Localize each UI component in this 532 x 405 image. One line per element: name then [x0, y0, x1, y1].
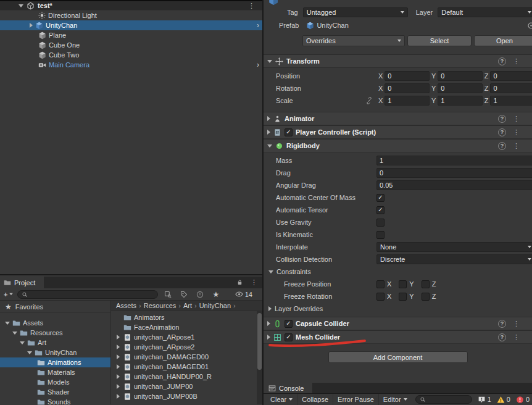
scene-row[interactable]: test* ⋮: [0, 1, 262, 10]
layer-overrides-foldout[interactable]: Layer Overrides: [264, 303, 532, 315]
file-item[interactable]: unitychan_DAMAGED01: [111, 362, 262, 372]
editor-dropdown[interactable]: Editor: [379, 394, 412, 405]
prefab-name[interactable]: UnityChan: [317, 22, 348, 29]
freeze-rotation-y-checkbox[interactable]: [399, 293, 407, 301]
rotation-x-field[interactable]: 0: [384, 83, 430, 93]
collision-detection-dropdown[interactable]: Discrete: [376, 254, 532, 264]
search-input[interactable]: [17, 290, 158, 299]
hierarchy-item-plane[interactable]: Plane: [0, 30, 262, 40]
constraints-foldout[interactable]: Constraints: [264, 265, 532, 278]
scale-x-field[interactable]: 1: [384, 96, 430, 106]
kebab-menu-icon[interactable]: ⋮: [513, 142, 520, 150]
component-header-transform[interactable]: Transform ? ⋮: [264, 54, 532, 68]
help-icon[interactable]: ?: [498, 128, 506, 136]
component-enabled-checkbox[interactable]: [285, 128, 293, 136]
scrollbar[interactable]: [257, 311, 262, 404]
help-icon[interactable]: ?: [498, 57, 506, 65]
component-header-animator[interactable]: Animator ? ⋮: [264, 112, 532, 125]
kebab-menu-icon[interactable]: ⋮: [513, 128, 520, 136]
position-y-field[interactable]: 0: [438, 71, 483, 81]
overrides-dropdown[interactable]: Overrides: [302, 35, 405, 46]
create-asset-button[interactable]: +: [4, 291, 14, 298]
link-scale-icon[interactable]: [365, 97, 373, 104]
component-header-rigidbody[interactable]: Rigidbody ? ⋮: [264, 139, 532, 152]
component-enabled-checkbox[interactable]: [285, 320, 293, 328]
foldout-collapsed-icon[interactable]: [117, 354, 120, 359]
tree-item-resources[interactable]: Resources: [0, 328, 110, 338]
file-item[interactable]: unitychan_ARpose2: [111, 342, 262, 352]
kebab-menu-icon[interactable]: ⋮: [513, 115, 520, 123]
scale-y-field[interactable]: 1: [438, 96, 483, 106]
hierarchy-item-main-camera[interactable]: Main Camera ›: [0, 60, 262, 70]
freeze-position-y-checkbox[interactable]: [399, 280, 407, 288]
help-icon[interactable]: ?: [498, 142, 506, 150]
foldout-expanded-icon[interactable]: [12, 332, 17, 335]
interpolate-dropdown[interactable]: None: [376, 242, 532, 252]
add-component-button[interactable]: Add Component: [328, 351, 468, 363]
file-item[interactable]: unitychan_JUMP00: [111, 382, 262, 391]
scrollbar-thumb[interactable]: [257, 313, 262, 370]
foldout-expanded-icon[interactable]: [267, 60, 272, 63]
favorites-section[interactable]: ★ Favorites: [0, 301, 110, 313]
position-z-field[interactable]: 0: [490, 71, 532, 81]
tree-item-animations[interactable]: Animations: [0, 357, 110, 367]
foldout-expanded-icon[interactable]: [20, 341, 25, 344]
hierarchy-item-unitychan[interactable]: UnityChan ›: [0, 20, 262, 30]
prefab-target-icon[interactable]: [527, 22, 532, 30]
file-item[interactable]: unitychan_DAMAGED00: [111, 352, 262, 362]
help-icon[interactable]: ?: [498, 320, 506, 328]
freeze-rotation-z-checkbox[interactable]: [422, 293, 430, 301]
select-button[interactable]: Select: [407, 35, 472, 46]
search-by-label-icon[interactable]: [180, 291, 188, 298]
mass-field[interactable]: 1: [376, 156, 532, 165]
breadcrumb-item[interactable]: Assets: [116, 302, 136, 309]
position-x-field[interactable]: 0: [384, 71, 430, 81]
foldout-collapsed-icon[interactable]: [117, 335, 120, 340]
foldout-expanded-icon[interactable]: [27, 351, 32, 354]
console-warning-badge[interactable]: 0: [497, 396, 510, 404]
auto-tensor-checkbox[interactable]: [376, 206, 384, 214]
foldout-expanded-icon[interactable]: [5, 322, 10, 325]
tree-item-art[interactable]: Art: [0, 338, 110, 348]
open-button[interactable]: Open: [474, 35, 532, 46]
tree-item-materials[interactable]: Materials: [0, 367, 110, 377]
collapse-button[interactable]: Collapse: [297, 394, 333, 405]
is-kinematic-checkbox[interactable]: [376, 231, 384, 239]
foldout-collapsed-icon[interactable]: [117, 394, 120, 399]
kebab-menu-icon[interactable]: ⋮: [248, 2, 255, 10]
foldout-expanded-icon[interactable]: [267, 144, 272, 148]
tree-item-assets[interactable]: Assets: [0, 318, 110, 328]
tree-item-sounds[interactable]: Sounds: [0, 397, 110, 405]
foldout-collapsed-icon[interactable]: [267, 321, 270, 326]
help-icon[interactable]: ?: [498, 115, 506, 123]
file-item[interactable]: unitychan_ARpose1: [111, 332, 262, 342]
hidden-count-toggle[interactable]: 14: [235, 291, 252, 298]
clear-button[interactable]: Clear: [266, 394, 297, 405]
search-by-type-icon[interactable]: [164, 291, 172, 298]
angular-drag-field[interactable]: 0.05: [376, 180, 532, 190]
foldout-collapsed-icon[interactable]: [267, 335, 270, 340]
file-item[interactable]: FaceAnimation: [111, 322, 262, 332]
freeze-rotation-x-checkbox[interactable]: [376, 293, 384, 301]
tree-item-models[interactable]: Models: [0, 377, 110, 387]
tree-item-unitychan[interactable]: UnityChan: [0, 348, 110, 357]
tab-console[interactable]: Console: [264, 383, 312, 393]
foldout-collapsed-icon[interactable]: [117, 384, 120, 389]
tab-project[interactable]: Project: [0, 277, 44, 288]
file-item[interactable]: Animators: [111, 312, 262, 322]
tree-item-shader[interactable]: Shader: [0, 387, 110, 397]
kebab-menu-icon[interactable]: ⋮: [251, 278, 257, 286]
freeze-position-x-checkbox[interactable]: [376, 280, 384, 288]
breadcrumb-item[interactable]: Art: [183, 302, 192, 309]
foldout-collapsed-icon[interactable]: [117, 344, 120, 349]
auto-center-of-mass-checkbox[interactable]: [376, 194, 384, 202]
foldout-collapsed-icon[interactable]: [30, 23, 33, 28]
tag-dropdown[interactable]: Untagged: [303, 7, 408, 17]
kebab-menu-icon[interactable]: ⋮: [513, 333, 520, 341]
component-header-capsule-collider[interactable]: Capsule Collider ? ⋮: [264, 317, 532, 330]
layer-dropdown[interactable]: Default: [438, 7, 532, 17]
console-info-badge[interactable]: 1: [478, 396, 491, 404]
component-header-player-controller[interactable]: Player Controller (Script) ? ⋮: [264, 125, 532, 139]
foldout-expanded-icon[interactable]: [19, 4, 23, 7]
file-item[interactable]: unitychan_JUMP00B: [111, 391, 262, 401]
